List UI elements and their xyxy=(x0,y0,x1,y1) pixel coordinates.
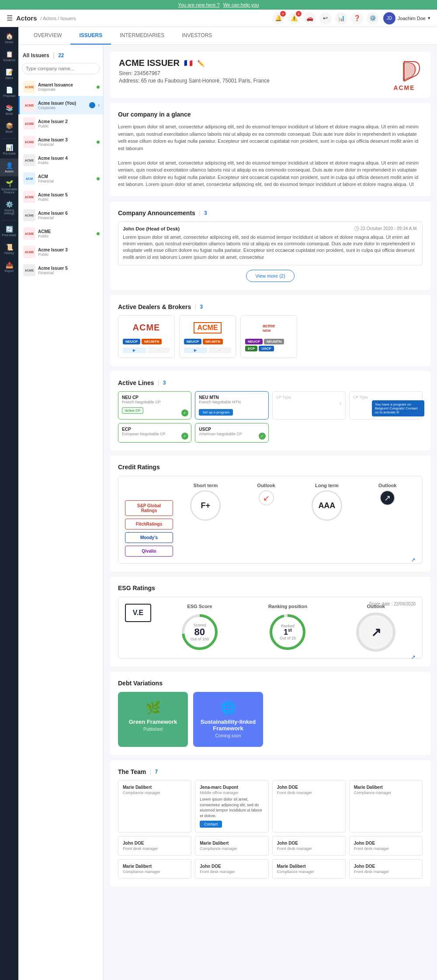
sidebar-item-home[interactable]: 🏠 Home xyxy=(0,29,18,47)
list-item[interactable]: ACME ACME Public xyxy=(18,224,103,243)
sp-agency[interactable]: S&P GlobalRatings xyxy=(125,500,173,516)
moodys-agency[interactable]: Moody's xyxy=(125,532,173,543)
esg-rank-circle: Ranked 1st Out of 25 xyxy=(268,612,307,652)
announcement-header-row: John Doe (Head of Desk) 🕐 23 October 202… xyxy=(123,226,418,231)
user-name: Joachim Doe xyxy=(398,16,426,21)
tab-overview[interactable]: OVERVIEW xyxy=(25,27,70,45)
dealer-card[interactable]: acme NEW NEUCP NEUMTN ECP USCP xyxy=(240,315,297,358)
green-framework-card[interactable]: 🌿 Green Framework Published xyxy=(118,692,188,747)
status-badge xyxy=(97,141,100,144)
fitch-agency[interactable]: FitchRatings xyxy=(125,519,173,530)
green-framework-title: Green Framework xyxy=(125,719,181,725)
sidebar-item-pretrade[interactable]: 📊 Pre-trade xyxy=(0,141,18,158)
lines-grid: NEU CP French Negotiable CP Active CP ✓ … xyxy=(118,391,423,443)
user-dropdown-icon[interactable]: ▾ xyxy=(428,15,430,21)
esg-content: V.E ESG Score xyxy=(125,604,416,652)
short-term-value: F+ xyxy=(190,490,221,521)
notifications-icon[interactable]: 🔔4 xyxy=(272,12,284,24)
qivalio-agency[interactable]: Qivalio xyxy=(125,546,173,557)
hamburger-icon[interactable]: ☰ xyxy=(7,14,13,22)
list-item-active[interactable]: ACME Acme Issuer (You) Corporate 👤 › xyxy=(18,96,103,114)
sidebar-item-book2[interactable]: 📦 Book xyxy=(0,119,18,137)
dealer-more-btn[interactable]: ··· xyxy=(147,347,170,353)
issuer-info: Acme Issuer 5 Public xyxy=(38,193,100,202)
issuance-icon: 📋 xyxy=(6,51,13,58)
help-icon[interactable]: ❓ xyxy=(351,12,363,24)
sub-nav: OVERVIEW ISSUERS INTERMEDIARIES INVESTOR… xyxy=(18,27,437,45)
chart-icon[interactable]: 📊 xyxy=(335,12,347,24)
list-item[interactable]: ACME Acme Issuer 3 Public xyxy=(18,243,103,261)
external-link-button[interactable]: ↗ xyxy=(411,557,416,563)
contact-button[interactable]: Contact xyxy=(200,821,222,828)
return-icon[interactable]: ↩ xyxy=(319,12,332,24)
long-term-value: AAA xyxy=(312,490,342,521)
esg-rank-value: 1st xyxy=(280,628,296,636)
issuer-list: All Issuers | 22 ACME Amaret Issuance Co… xyxy=(18,45,104,980)
list-item[interactable]: ACME Acme Issuer 5 Public xyxy=(18,188,103,206)
announcements-section: Company Announcements | 3 John Doe (Head… xyxy=(110,201,430,290)
dealer-card[interactable]: ACME NEUCP NEUMTN ▶ ··· xyxy=(179,315,236,358)
line-card-uscp[interactable]: USCP American Negotiable CP ✓ xyxy=(195,423,268,443)
credit-ratings-title: Credit Ratings xyxy=(118,464,423,471)
tab-intermediaries[interactable]: INTERMEDIARIES xyxy=(111,27,173,45)
vehicles-icon[interactable]: 🚗 xyxy=(304,12,316,24)
edit-icon[interactable]: ✏️ xyxy=(197,60,205,67)
list-item[interactable]: ACME Amaret Issuance Corporate xyxy=(18,78,103,96)
sidebar-item-issuance[interactable]: 📋 Issuance xyxy=(0,47,18,65)
list-item[interactable]: ACME Acme Issuer 2 Public xyxy=(18,114,103,133)
breadcrumb: / Actors / Issuers xyxy=(41,16,76,21)
dealer-card[interactable]: ACME NEUCP NEUMTN ▶ ··· xyxy=(118,315,175,358)
setup-button[interactable]: Set up a program xyxy=(199,409,233,416)
posttrade-icon: 🔄 xyxy=(6,226,13,233)
sidebar-item-issuing-settings[interactable]: ⚙️ Issuing settings xyxy=(0,197,18,218)
short-outlook-col: Outlook ↙ xyxy=(238,483,295,505)
glance-body: Lorem ipsum dolor sit amet, consectetur … xyxy=(118,123,423,188)
sidebar-item-proposal[interactable]: 📄 Proposal xyxy=(0,83,18,101)
issuer-list-title: All Issuers xyxy=(23,52,49,58)
line-check-icon: ✓ xyxy=(181,433,188,440)
header-left: ☰ Actors / Actors / Issuers xyxy=(7,14,76,22)
esg-agency-badge: V.E xyxy=(125,604,151,622)
announcement-link[interactable]: We can help you xyxy=(223,2,259,7)
search-input[interactable] xyxy=(22,63,100,74)
sidebar-item-book[interactable]: 📚 Book xyxy=(0,101,18,119)
pretrade-icon: 📊 xyxy=(6,144,13,151)
tab-investors[interactable]: INVESTORS xyxy=(173,27,221,45)
tab-issuers[interactable]: ISSUERS xyxy=(70,27,111,45)
dealer-badges: NEUCP NEUMTN xyxy=(184,339,231,344)
line-card-ecp[interactable]: ECP European Negotiable CP ✓ xyxy=(118,423,191,443)
list-item[interactable]: ACME Acme Issuer 5 Financial xyxy=(18,261,103,279)
header-right: 🔔4 ⚠️3 🚗 ↩ 📊 ❓ ⚙️ JD Joachim Doe ▾ xyxy=(272,12,430,24)
dealer-action-btn[interactable]: ▶ xyxy=(184,347,207,353)
header-logo: Actors xyxy=(16,14,37,22)
list-item[interactable]: ACME Acme Issuer 3 Financial xyxy=(18,133,103,151)
company-header-left: ACME ISSUER 🇫🇷 ✏️ Siren: 234567967 Addre… xyxy=(119,58,270,84)
sidebar-item-actors[interactable]: 👤 Actors xyxy=(0,158,18,176)
proposal-icon: 📄 xyxy=(6,86,13,93)
alerts-icon[interactable]: ⚠️3 xyxy=(288,12,300,24)
sidebar-item-posttrade[interactable]: 🔄 Post-trade xyxy=(0,222,18,240)
export-icon: 📤 xyxy=(6,261,13,268)
list-item[interactable]: ACME Acme Issuer 4 Public xyxy=(18,151,103,169)
line-card-neumtn[interactable]: NEU MTN French Negotiable MTN Set up a p… xyxy=(195,391,268,420)
issuer-logo: ACME xyxy=(23,264,35,276)
esg-external-link-button[interactable]: ↗ xyxy=(411,654,416,660)
sidebar-item-export[interactable]: 📤 Export xyxy=(0,258,18,276)
line-card-cptype1[interactable]: CP Type › xyxy=(272,391,346,420)
list-item[interactable]: ACME Acme Issuer 6 Financial xyxy=(18,206,103,224)
dealer-action-btn[interactable]: ▶ xyxy=(123,347,146,353)
team-member: John DOE Front desk manager xyxy=(272,780,346,832)
view-more-button[interactable]: View more (2) xyxy=(246,270,294,282)
sidebar-item-need[interactable]: 📝 Need xyxy=(0,65,18,83)
line-card-cptype2[interactable]: CP Type › You have a program on Belgium!… xyxy=(349,391,423,420)
green-framework-status: Published xyxy=(125,727,181,732)
company-title-row: ACME ISSUER 🇫🇷 ✏️ xyxy=(119,58,270,68)
list-item[interactable]: ACM ACM Financial xyxy=(18,169,103,188)
line-card-neucp[interactable]: NEU CP French Negotiable CP Active CP ✓ xyxy=(118,391,191,420)
dealer-more-btn[interactable]: ··· xyxy=(208,347,232,353)
detail-panel: ACME ISSUER 🇫🇷 ✏️ Siren: 234567967 Addre… xyxy=(104,45,437,980)
sidebar-item-history[interactable]: 📜 History xyxy=(0,240,18,258)
settings-icon[interactable]: ⚙️ xyxy=(367,12,379,24)
sustainability-card[interactable]: 🌐 Sustainability-linked Framework Coming… xyxy=(193,692,263,747)
sidebar-item-sustainable[interactable]: 🌱 Sustainable Finance xyxy=(0,176,18,197)
